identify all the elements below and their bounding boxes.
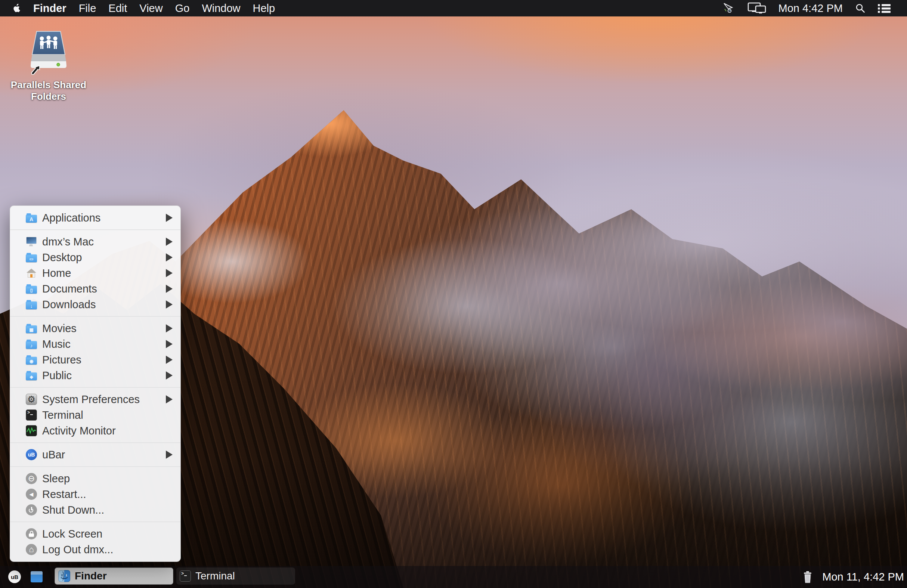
macos-desktop: Finder File Edit View Go Window Help [0, 0, 907, 588]
submenu-arrow-icon [166, 371, 173, 380]
displays-icon[interactable] [747, 2, 766, 14]
parallels-mouse-icon[interactable] [722, 2, 735, 14]
menu-separator [10, 387, 180, 388]
menu-bar-left: Finder File Edit View Go Window Help [0, 2, 287, 14]
taskbar-status-area: Mon 11, 4:42 PM [803, 566, 904, 588]
menu-item-sleep[interactable]: ⊖ Sleep [10, 471, 180, 486]
spotlight-search-icon[interactable] [855, 3, 865, 13]
terminal-icon: > [179, 570, 191, 582]
menu-item-documents[interactable]: ▯ Documents [10, 281, 180, 296]
menu-item-go[interactable]: Go [175, 2, 190, 14]
desktop-folder-icon: ▭ [26, 252, 37, 263]
ubar-app-menu: A Applications dmx’s Mac ▭ Desktop Home … [10, 205, 181, 562]
menu-separator [10, 522, 180, 522]
menu-item-label: uBar [42, 449, 65, 461]
music-folder-icon: ♪ [26, 338, 37, 350]
documents-folder-icon: ▯ [26, 283, 37, 294]
menu-item-dmxs-mac[interactable]: dmx’s Mac [10, 234, 180, 250]
task-terminal[interactable]: > Terminal [176, 567, 295, 585]
apple-logo-icon [12, 3, 21, 13]
menu-item-edit[interactable]: Edit [108, 2, 127, 14]
ubar-menu-button[interactable]: uB [8, 570, 21, 583]
menu-item-label: Downloads [42, 298, 96, 311]
menu-item-label: Activity Monitor [42, 425, 116, 437]
menu-item-window[interactable]: Window [202, 2, 240, 14]
taskbar-clock[interactable]: Mon 11, 4:42 PM [822, 571, 904, 583]
menu-bar-status-area: Mon 4:42 PM [722, 2, 907, 14]
menu-item-terminal[interactable]: > Terminal [10, 407, 180, 423]
menu-item-pictures[interactable]: ◉ Pictures [10, 352, 180, 368]
menu-item-downloads[interactable]: ↓ Downloads [10, 296, 180, 312]
downloads-folder-icon: ↓ [26, 299, 37, 310]
system-preferences-gear-icon: ⚙ [26, 394, 37, 405]
log-out-icon: ⌂ [26, 544, 37, 555]
menu-bar: Finder File Edit View Go Window Help [0, 0, 907, 16]
menu-separator [10, 229, 180, 230]
menu-item-label: Sleep [42, 473, 70, 485]
menu-item-label: Restart... [42, 488, 86, 501]
menu-item-system-preferences[interactable]: ⚙ System Preferences [10, 391, 180, 407]
movies-folder-icon: ▦ [26, 323, 37, 334]
submenu-arrow-icon [166, 237, 173, 246]
submenu-arrow-icon [166, 395, 173, 404]
menu-item-file[interactable]: File [79, 2, 96, 14]
menu-item-home[interactable]: Home [10, 265, 180, 281]
menu-separator [10, 316, 180, 317]
submenu-arrow-icon [166, 269, 173, 277]
menu-item-label: Documents [42, 283, 97, 295]
menu-item-label: Log Out dmx... [42, 543, 113, 556]
menu-item-public[interactable]: ◈ Public [10, 368, 180, 383]
desktop-window-icon-button[interactable] [30, 571, 43, 582]
menu-item-label: Public [42, 370, 72, 382]
menu-item-label: Applications [42, 212, 101, 224]
menu-item-music[interactable]: ♪ Music [10, 336, 180, 352]
apple-menu[interactable] [12, 3, 21, 13]
public-folder-icon: ◈ [26, 370, 37, 381]
lock-icon [26, 528, 37, 540]
menu-item-label: dmx’s Mac [42, 236, 94, 248]
menu-bar-clock[interactable]: Mon 4:42 PM [779, 2, 843, 14]
notification-center-icon[interactable] [878, 3, 891, 13]
menu-item-shut-down[interactable]: Shut Down... [10, 502, 180, 518]
task-label: Finder [75, 570, 107, 582]
menu-item-movies[interactable]: ▦ Movies [10, 320, 180, 336]
menu-item-label: Home [42, 267, 71, 279]
menu-item-desktop[interactable]: ▭ Desktop [10, 250, 180, 265]
sleep-icon: ⊖ [26, 473, 37, 484]
menu-item-lock-screen[interactable]: Lock Screen [10, 526, 180, 542]
submenu-arrow-icon [166, 324, 173, 332]
menu-item-label: Movies [42, 322, 77, 335]
menu-item-help[interactable]: Help [253, 2, 275, 14]
trash-icon[interactable] [803, 571, 812, 583]
pictures-folder-icon: ◉ [26, 354, 37, 365]
desktop-icon-label: Parallels Shared Folders [9, 79, 88, 103]
submenu-arrow-icon [166, 214, 173, 222]
finder-icon [58, 570, 70, 582]
menu-item-log-out[interactable]: ⌂ Log Out dmx... [10, 542, 180, 558]
menu-separator [10, 442, 180, 443]
menu-item-label: Terminal [42, 409, 83, 421]
submenu-arrow-icon [166, 300, 173, 309]
menu-item-label: Pictures [42, 354, 82, 366]
ubar-app-icon: uB [26, 449, 37, 460]
menu-item-view[interactable]: View [139, 2, 162, 14]
submenu-arrow-icon [166, 285, 173, 293]
ubar-taskbar: uB Finder > Terminal [0, 566, 907, 588]
submenu-arrow-icon [166, 450, 173, 459]
menu-item-applications[interactable]: A Applications [10, 210, 180, 226]
menu-item-ubar[interactable]: uB uBar [10, 447, 180, 463]
submenu-arrow-icon [166, 356, 173, 364]
menu-item-activity-monitor[interactable]: Activity Monitor [10, 423, 180, 439]
menu-separator [10, 466, 180, 467]
home-icon [26, 268, 37, 279]
menu-item-label: Shut Down... [42, 504, 104, 516]
menu-item-label: Desktop [42, 252, 82, 264]
task-finder[interactable]: Finder [54, 567, 173, 585]
menu-item-label: Music [42, 338, 71, 351]
submenu-arrow-icon [166, 340, 173, 348]
menu-item-finder[interactable]: Finder [33, 2, 66, 14]
activity-monitor-icon [26, 425, 37, 436]
desktop-icon-parallels-shared-folders[interactable]: Parallels Shared Folders [9, 29, 88, 103]
menu-item-restart[interactable]: ◀ Restart... [10, 486, 180, 502]
menu-item-label: System Preferences [42, 393, 140, 406]
